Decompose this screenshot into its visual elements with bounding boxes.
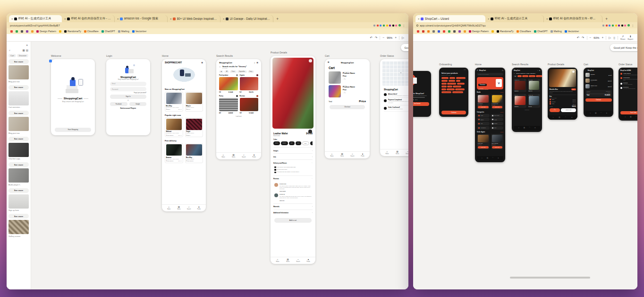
category-select-chip[interactable]: Toys [456,80,460,82]
google-button[interactable]: Google [129,102,147,106]
filter-chip[interactable]: Dairy [248,70,254,73]
heart-icon[interactable]: ♡ [538,95,539,96]
bookmark-item[interactable] [417,30,419,33]
register-link[interactable]: Need an account? Register [106,108,150,109]
zoom-level[interactable]: 95% [387,36,392,39]
menu-icon[interactable]: ☰ [256,61,258,64]
size-option[interactable]: Medium$49.99 [550,101,576,103]
extension-icon[interactable] [380,25,381,26]
extension-icon[interactable] [615,25,617,26]
bookmark-item[interactable] [432,30,435,33]
search-icon[interactable]: ⌕ [537,70,538,71]
skip-link[interactable]: Skip [464,69,466,70]
store-card[interactable]: Best Buy Electronics, Home Goods Ⓢ $5.99… [165,92,183,112]
password-field[interactable]: Password [110,87,146,91]
store-card[interactable]: Walmart Electronics, Home Goods Ⓢ free d… [165,117,183,137]
extension-icon[interactable] [618,25,620,26]
category-select-chip[interactable]: Shoes [441,83,447,85]
menu-icon[interactable]: ☰ [477,70,478,71]
bottom-nav-icon[interactable]: ♡ [599,112,604,114]
search-icon[interactable]: ⌕ [254,61,255,64]
browser-tab[interactable]: × ShopCart – Uizard [415,15,485,22]
category-chip[interactable]: Super Sale [491,114,503,117]
color-chip[interactable]: Red [296,141,301,145]
browser-menu-icon[interactable]: ⋮ [402,24,405,27]
accordion-label[interactable]: Images [273,150,278,152]
bookmark-item[interactable] [438,30,440,33]
device-preview-icon[interactable]: ▯ [613,36,615,40]
filter-chip[interactable]: Vegetables [237,70,247,73]
bottom-nav-item[interactable]: ⌕Search [293,259,304,262]
view-all-link[interactable]: View all [500,112,503,113]
preview-play-icon[interactable]: ▷ [609,36,611,40]
bottom-nav-item[interactable]: ⌂Home [218,154,229,158]
screen-label[interactable]: Product Details [271,51,315,54]
back-icon[interactable]: ← [514,73,515,74]
category-select-chip[interactable]: Garden Supplies [455,88,465,90]
extension-icon[interactable] [377,25,379,26]
result-card[interactable]: Reviews Price Availability 1.8 In stock [240,95,259,114]
screen-label[interactable]: Product Details [548,63,577,66]
close-tab-icon[interactable]: × [170,17,172,20]
menu-icon[interactable]: ☰ [328,61,330,63]
bookmark-item[interactable] [448,30,450,33]
undo-icon[interactable]: ↶ [370,36,372,40]
screen-label[interactable]: Welcome [51,54,95,57]
quantity-stepper[interactable]: − 1 + [550,108,560,112]
bookmark-item[interactable]: ChatGPT [534,30,548,33]
heart-icon[interactable]: ♡ [525,79,525,80]
color-chip[interactable]: Green [310,141,313,145]
bottom-nav-item[interactable]: ▤Stores [392,151,403,155]
category-select-chip[interactable]: Clothing [449,77,456,79]
bottom-nav-item[interactable]: ●Profile [303,259,314,262]
zoom-out-button[interactable]: − [382,36,384,39]
component-thumbnail[interactable] [8,91,29,105]
screen-label[interactable]: Order Status [619,63,637,66]
component-thumbnail[interactable] [8,65,29,79]
accordion-label[interactable]: Delivery and Return [273,162,287,164]
bottom-nav-item[interactable]: ▤Stores [283,259,293,262]
view-all-link[interactable]: View all [500,92,503,93]
accordion-label[interactable]: Info [273,156,276,158]
see-more-button[interactable]: See more [8,188,29,193]
screen-label[interactable]: Search Results [216,54,261,57]
store-card[interactable]: Amazon Electronics, Home Goods Ⓢ free de… [165,143,183,163]
bookmark-item[interactable]: Vectorizer [132,30,147,33]
bottom-nav-icon[interactable]: ⌂ [550,116,556,118]
load-more-link[interactable]: Load more [216,116,261,117]
color-chip[interactable]: Black [273,141,280,145]
close-tab-icon[interactable]: × [64,17,66,20]
size-option[interactable]: Small$45.00 [550,99,576,100]
browser-tab[interactable]: × 即时 AI - 生成式设计工具 [485,15,544,22]
export-button[interactable]: ⬇Export [627,35,633,40]
color-chip[interactable]: Brown [281,141,288,145]
see-more-button[interactable]: See more [8,111,29,115]
checkbox-icon[interactable] [550,101,551,103]
continue-button[interactable]: Continue [441,111,466,114]
checkout-button[interactable]: Checkout [585,98,612,102]
checkbox-icon[interactable] [274,172,276,174]
see-more-button[interactable]: See more [8,85,29,90]
bookmark-item[interactable]: Mailing [551,30,562,33]
screen-cart[interactable]: Cart ☰ShoppingCart Cart ShoppingCart Pro… [325,54,370,158]
category-select-chip[interactable]: Audio [447,86,452,87]
selection-handle[interactable] [49,60,52,62]
screen-welcome[interactable]: Welcome ShoppingCart Shop smarter with S… [51,54,95,135]
bottom-nav-icon[interactable]: ▤ [628,116,634,118]
add-to-cart-button[interactable]: Add to cart [274,218,312,223]
screen-order-status-dark[interactable]: Order Status ShopCart #2284 Order placed… [619,63,637,121]
close-icon[interactable] [572,70,575,73]
search-input[interactable]: Search "Product Name" [477,73,503,76]
checkbox-icon[interactable] [550,99,551,100]
category-select-chip[interactable]: Auto Supplies [453,86,461,87]
bottom-nav-item[interactable]: ●Profile [194,206,204,210]
browser-tab[interactable]: × 80+ UI Web Design Inspiratio... [168,15,220,22]
panel-filter-chip[interactable]: Cart [8,54,16,57]
bottom-nav-item[interactable]: ⌕Search [184,206,194,210]
zoom-in-button[interactable]: + [395,36,397,39]
add-to-cart-button[interactable]: Add to Cart [478,146,489,148]
bottom-nav-item[interactable]: ⌕Search [347,153,358,157]
redo-icon[interactable]: ↷ [375,36,377,40]
bottom-nav-item[interactable]: ⌂Home [164,206,174,210]
bottom-nav-icon[interactable]: ♡ [490,157,496,159]
